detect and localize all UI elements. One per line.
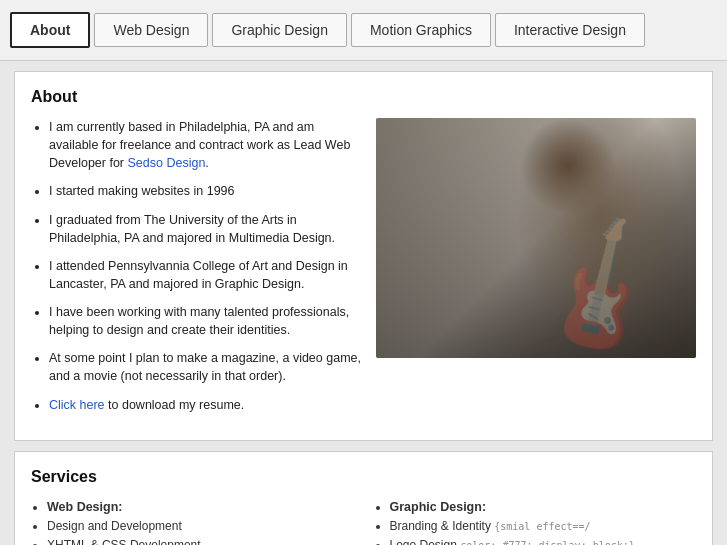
list-item: Design and Development [47,517,354,536]
list-item: I have been working with many talented p… [49,303,366,339]
graphic-design-list: Graphic Design: Branding & Identity {smi… [374,498,697,545]
list-item: I am currently based in Philadelphia, PA… [49,118,366,172]
about-text-area: I am currently based in Philadelphia, PA… [31,118,366,424]
services-title: Services [31,468,696,486]
about-image-area [376,118,696,424]
tab-graphic-design[interactable]: Graphic Design [212,13,347,47]
about-section: About I am currently based in Philadelph… [14,71,713,441]
tab-about[interactable]: About [10,12,90,48]
list-item: Web Design: [47,498,354,517]
list-item: Click here to download my resume. [49,396,366,414]
services-right-column: Graphic Design: Branding & Identity {smi… [374,498,697,545]
web-design-title: Web Design: [47,500,122,514]
services-left-column: Web Design: Design and Development XHTML… [31,498,354,545]
services-section: Services Web Design: Design and Developm… [14,451,713,545]
resume-link[interactable]: Click here [49,398,105,412]
web-design-list: Web Design: Design and Development XHTML… [31,498,354,545]
sedso-design-link[interactable]: Sedso Design [128,156,206,170]
tab-interactive-design[interactable]: Interactive Design [495,13,645,47]
graphic-design-title: Graphic Design: [390,500,487,514]
list-item: I attended Pennsylvannia College of Art … [49,257,366,293]
guitar-player-image [376,118,696,358]
list-item: At some point I plan to make a magazine,… [49,349,366,385]
resume-text: to download my resume. [105,398,245,412]
main-content: About I am currently based in Philadelph… [0,61,727,545]
list-item: Branding & Identity {smial effect==/ [390,517,697,536]
list-item: I started making websites in 1996 [49,182,366,200]
about-content-area: I am currently based in Philadelphia, PA… [31,118,696,424]
about-bullets-list: I am currently based in Philadelphia, PA… [31,118,366,414]
service-web-design: Web Design: Design and Development XHTML… [31,498,354,545]
service-graphic-design: Graphic Design: Branding & Identity {smi… [374,498,697,545]
list-item: XHTML & CSS Development [47,536,354,545]
about-title: About [31,88,696,106]
list-item: Logo Design color: #777; display: block;… [390,536,697,545]
list-item: Graphic Design: [390,498,697,517]
services-grid: Web Design: Design and Development XHTML… [31,498,696,545]
tab-web-design[interactable]: Web Design [94,13,208,47]
navigation: About Web Design Graphic Design Motion G… [0,0,727,61]
tab-motion-graphics[interactable]: Motion Graphics [351,13,491,47]
list-item: I graduated from The University of the A… [49,211,366,247]
